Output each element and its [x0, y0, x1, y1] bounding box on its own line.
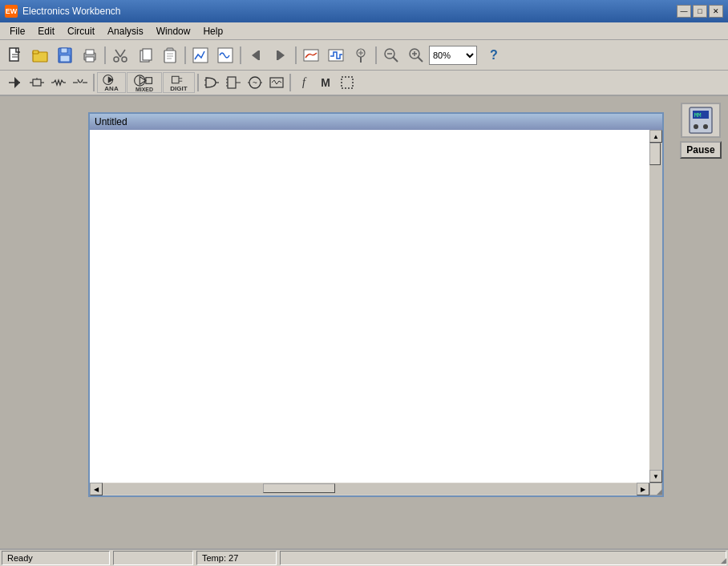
vscroll-thumb[interactable]: [649, 143, 661, 165]
status-ready: Ready: [2, 551, 110, 565]
svg-line-73: [274, 80, 277, 84]
copy-button[interactable]: [133, 43, 157, 67]
svg-rect-16: [143, 49, 152, 60]
svg-line-38: [418, 57, 423, 62]
indicator-button[interactable]: [223, 73, 244, 92]
svg-rect-4: [33, 51, 38, 54]
svg-point-79: [694, 124, 698, 129]
comp-sep1: [93, 74, 95, 91]
logic-gate-button[interactable]: [201, 73, 222, 92]
paste-button[interactable]: [158, 43, 182, 67]
separator-1: [104, 46, 106, 64]
scroll-up-arrow[interactable]: ▲: [649, 130, 662, 143]
svg-line-35: [393, 57, 398, 62]
circuit-canvas[interactable]: [90, 130, 649, 483]
scroll-right-arrow[interactable]: ▶: [637, 483, 649, 495]
app-icon: EW: [5, 5, 18, 18]
svg-point-80: [703, 124, 708, 129]
zoom-in-button[interactable]: [404, 43, 428, 67]
separator-2: [184, 46, 186, 64]
window-controls: — □ ✕: [677, 5, 723, 18]
svg-line-72: [272, 80, 274, 83]
svg-rect-28: [304, 50, 318, 61]
svg-rect-22: [193, 48, 208, 63]
zoom-out-button[interactable]: [379, 43, 403, 67]
mixed-button[interactable]: MIXED: [127, 72, 162, 93]
status-bar: Ready Temp: 27 ◢: [0, 548, 728, 566]
menu-circuit[interactable]: Circuit: [61, 24, 101, 38]
digit-button[interactable]: DIGIT: [163, 72, 195, 93]
save-button[interactable]: [53, 43, 77, 67]
hscroll-thumb[interactable]: [263, 483, 335, 493]
zoom-select[interactable]: 50% 60% 70% 80% 90% 100% 125% 150% 200%: [429, 46, 477, 65]
step-fwd-button[interactable]: [269, 43, 293, 67]
passive-btn1[interactable]: [26, 73, 47, 92]
cut-button[interactable]: [108, 43, 132, 67]
title-bar-left: EW Electronics Workbench: [5, 5, 121, 18]
svg-rect-55: [146, 78, 152, 84]
vscrollbar[interactable]: ▲ ▼: [649, 130, 662, 483]
svg-rect-76: [342, 77, 353, 88]
passive-btn3[interactable]: [70, 73, 91, 92]
instrument-button[interactable]: [266, 73, 287, 92]
scroll-down-arrow[interactable]: ▼: [649, 470, 662, 483]
graph1-button[interactable]: [188, 43, 212, 67]
menu-analysis[interactable]: Analysis: [101, 24, 150, 38]
multimeter-button[interactable]: MM: [681, 103, 721, 138]
bode-button[interactable]: [299, 43, 323, 67]
svg-line-13: [115, 50, 120, 57]
maximize-button[interactable]: □: [693, 5, 707, 18]
separator-5: [375, 46, 377, 64]
menu-file[interactable]: File: [3, 24, 31, 38]
status-middle: [113, 551, 193, 565]
circuit-title-bar: Untitled: [90, 114, 662, 130]
vscroll-track[interactable]: [649, 143, 662, 470]
box-button[interactable]: [337, 73, 358, 92]
graph2-button[interactable]: [213, 43, 237, 67]
menu-window[interactable]: Window: [150, 24, 197, 38]
svg-line-14: [120, 50, 125, 57]
help-button[interactable]: ?: [482, 43, 506, 67]
hscroll-track[interactable]: [103, 483, 637, 495]
svg-rect-9: [86, 50, 94, 55]
new-button[interactable]: [3, 43, 27, 67]
wire-tool-button[interactable]: [3, 73, 26, 92]
probe-button[interactable]: [349, 43, 373, 67]
circuit-window: Untitled ▲ ▼ ◀ ▶ ◢: [88, 112, 664, 497]
print-button[interactable]: [78, 43, 102, 67]
svg-marker-42: [14, 77, 20, 88]
svg-rect-44: [33, 79, 41, 86]
svg-line-74: [277, 81, 279, 84]
separator-3: [240, 46, 241, 64]
passive-btn2[interactable]: [48, 73, 69, 92]
source-button[interactable]: ~: [245, 73, 265, 92]
resize-handle[interactable]: ◢: [653, 486, 662, 495]
menu-help[interactable]: Help: [196, 24, 229, 38]
svg-rect-56: [172, 76, 180, 83]
menu-edit[interactable]: Edit: [31, 24, 61, 38]
svg-marker-24: [252, 51, 258, 60]
hscrollbar[interactable]: ◀ ▶: [90, 483, 649, 495]
letter-m-button[interactable]: M: [315, 73, 336, 92]
title-bar: EW Electronics Workbench — □ ✕: [0, 0, 728, 22]
font-button[interactable]: f: [293, 73, 314, 92]
open-button[interactable]: [28, 43, 52, 67]
svg-point-11: [114, 57, 119, 62]
pause-button[interactable]: Pause: [680, 141, 722, 159]
comp-sep3: [289, 74, 291, 91]
ana-button[interactable]: ANA: [97, 72, 126, 93]
scope-button[interactable]: [324, 43, 348, 67]
svg-rect-10: [86, 57, 94, 62]
step-back-button[interactable]: [244, 43, 268, 67]
scroll-left-arrow[interactable]: ◀: [90, 483, 103, 495]
component-toolbar: ANA MIXED DIGIT ~ f M: [0, 71, 728, 96]
svg-rect-6: [61, 48, 67, 53]
close-button[interactable]: ✕: [709, 5, 723, 18]
svg-marker-52: [108, 76, 114, 83]
comp-sep2: [197, 74, 199, 91]
svg-marker-26: [278, 51, 285, 60]
right-panel: MM Pause: [680, 103, 722, 159]
minimize-button[interactable]: —: [677, 5, 691, 18]
svg-rect-29: [329, 50, 343, 61]
circuit-title: Untitled: [95, 116, 127, 127]
